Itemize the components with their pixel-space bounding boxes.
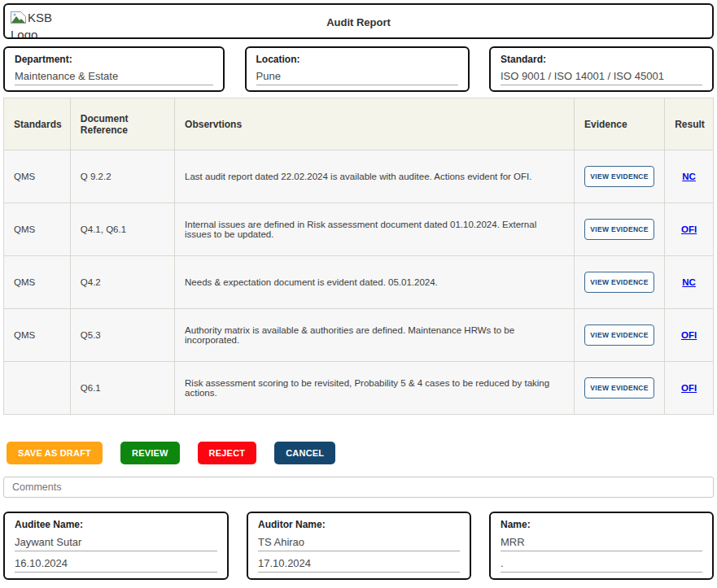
view-evidence-button[interactable]: VIEW EVIDENCE	[584, 377, 654, 399]
auditee-name-label: Auditee Name:	[15, 519, 217, 530]
column-header-result: Result	[665, 98, 714, 150]
save-as-draft-button[interactable]: SAVE AS DRAFT	[7, 442, 103, 464]
top-fields-row: Department: Location: Standard:	[3, 46, 714, 92]
cell-document-reference: Q 9.2.2	[70, 150, 174, 203]
result-link[interactable]: NC	[682, 172, 696, 181]
view-evidence-button[interactable]: VIEW EVIDENCE	[584, 324, 654, 346]
audit-observations-table: Standards Document Reference Observtions…	[3, 98, 714, 415]
cell-observation: Last audit report dated 22.02.2024 is av…	[175, 150, 575, 203]
auditor-name-label: Auditor Name:	[258, 519, 460, 530]
table-row: QMS Q4.1, Q6.1 Internal issues are defin…	[4, 203, 714, 256]
result-link[interactable]: OFI	[681, 383, 697, 393]
table-row: QMS Q4.2 Needs & expectation document is…	[4, 256, 714, 309]
standard-field-box: Standard:	[489, 46, 714, 92]
review-button[interactable]: REVIEW	[120, 442, 180, 464]
location-label: Location:	[256, 54, 458, 65]
result-link[interactable]: NC	[682, 277, 696, 287]
cell-document-reference: Q5.3	[70, 309, 174, 362]
department-field-box: Department:	[3, 46, 225, 92]
column-header-evidence: Evidence	[574, 98, 664, 150]
comments-input[interactable]	[3, 477, 714, 498]
cancel-button[interactable]: CANCEL	[274, 442, 335, 464]
column-header-observations: Observtions	[175, 98, 575, 150]
reviewer-name-label: Name:	[501, 519, 702, 530]
view-evidence-button[interactable]: VIEW EVIDENCE	[584, 219, 654, 240]
comments-section	[3, 477, 714, 498]
auditee-signature-box: Auditee Name:	[3, 512, 229, 580]
audit-report-page: KSB Logo Audit Report Department: Locati…	[0, 0, 717, 588]
cell-document-reference: Q4.1, Q6.1	[70, 203, 174, 256]
table-row: QMS Q5.3 Authority matrix is available &…	[4, 309, 714, 362]
result-link[interactable]: OFI	[681, 224, 697, 234]
view-evidence-button[interactable]: VIEW EVIDENCE	[584, 272, 654, 293]
cell-document-reference: Q6.1	[70, 362, 174, 415]
department-input[interactable]	[15, 69, 213, 85]
cell-observation: Internal issues are defined in Risk asse…	[175, 203, 575, 256]
actions-row: SAVE AS DRAFT REVIEW REJECT CANCEL	[7, 442, 714, 464]
cell-observation: Needs & expectation document is evident …	[175, 256, 575, 309]
cell-observation: Risk assessment scoring to be revisited,…	[175, 362, 575, 415]
report-header: KSB Logo Audit Report	[3, 3, 714, 39]
table-header-row: Standards Document Reference Observtions…	[4, 98, 714, 150]
standard-input[interactable]	[501, 69, 702, 85]
table-row: Q6.1 Risk assessment scoring to be revis…	[4, 362, 714, 415]
cell-observation: Authority matrix is available & authorit…	[175, 309, 575, 362]
auditor-signature-box: Auditor Name:	[247, 512, 471, 580]
cell-standard: QMS	[4, 256, 71, 309]
cell-standard	[4, 362, 71, 415]
reject-button[interactable]: REJECT	[198, 442, 257, 464]
cell-standard: QMS	[4, 309, 71, 362]
department-label: Department:	[15, 54, 213, 65]
reviewer-signature-box: Name:	[489, 512, 714, 580]
location-input[interactable]	[256, 69, 458, 85]
auditee-name-input[interactable]	[15, 535, 217, 551]
result-link[interactable]: OFI	[681, 330, 697, 340]
view-evidence-button[interactable]: VIEW EVIDENCE	[584, 166, 654, 187]
auditor-name-input[interactable]	[258, 535, 460, 551]
page-title: Audit Report	[5, 16, 712, 28]
cell-standard: QMS	[4, 150, 71, 203]
standard-label: Standard:	[501, 54, 702, 65]
location-field-box: Location:	[245, 46, 470, 92]
reviewer-name-input[interactable]	[501, 535, 702, 551]
cell-standard: QMS	[4, 203, 71, 256]
column-header-standards: Standards	[4, 98, 71, 150]
signatures-row: Auditee Name: Auditor Name: Name:	[3, 512, 714, 580]
reviewer-date-input[interactable]	[501, 556, 702, 573]
cell-document-reference: Q4.2	[70, 256, 174, 309]
table-row: QMS Q 9.2.2 Last audit report dated 22.0…	[4, 150, 714, 203]
column-header-document-reference: Document Reference	[70, 98, 174, 150]
auditee-date-input[interactable]	[15, 556, 217, 573]
auditor-date-input[interactable]	[258, 556, 460, 573]
